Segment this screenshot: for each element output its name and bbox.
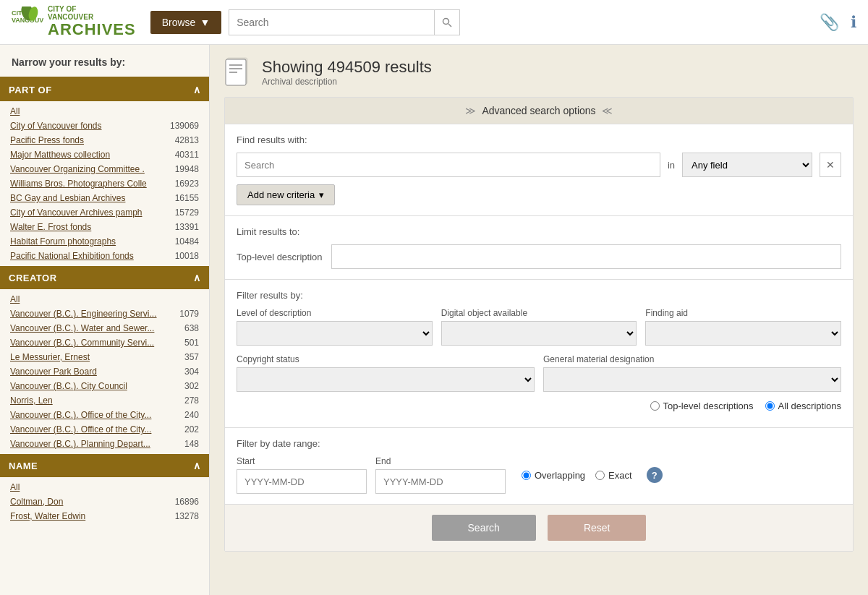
radio-overlapping: Overlapping <box>522 470 585 481</box>
facet-header-name[interactable]: NAME ∧ <box>0 454 209 477</box>
all-desc-radio-label: All descriptions <box>778 401 841 411</box>
top-level-radio-label: Top-level descriptions <box>663 401 754 411</box>
top-level-radio[interactable] <box>650 401 660 411</box>
finding-aid-label: Finding aid <box>645 308 841 318</box>
facet-item-creator-all[interactable]: All <box>0 292 209 307</box>
list-item[interactable]: Vancouver (B.C.). Community Servi... 501 <box>0 335 209 350</box>
add-criteria-label: Add new criteria <box>247 189 315 200</box>
overlapping-radio[interactable] <box>522 471 531 480</box>
header-search-input[interactable] <box>229 9 435 35</box>
general-material-label: General material designation <box>543 354 841 364</box>
list-item[interactable]: Vancouver (B.C.). Engineering Servi... 1… <box>0 307 209 321</box>
facet-items-name: All Coltman, Don 16896 Frost, Walter Edw… <box>0 477 209 526</box>
level-of-desc-label: Level of description <box>237 308 433 318</box>
list-item[interactable]: Vancouver (B.C.). City Council 302 <box>0 379 209 393</box>
info-icon[interactable]: ℹ <box>851 13 856 32</box>
list-item[interactable]: Vancouver (B.C.). Water and Sewer... 638 <box>0 321 209 335</box>
search-button[interactable]: Search <box>432 515 536 541</box>
date-start-label: Start <box>237 456 367 466</box>
header: CITY OF VANCOUVER CITY OFVANCOUVER ARCHI… <box>0 0 868 45</box>
list-item[interactable]: Norris, Len 278 <box>0 393 209 408</box>
list-item[interactable]: Frost, Walter Edwin 13278 <box>0 509 209 523</box>
add-criteria-button[interactable]: Add new criteria ▾ <box>237 184 335 205</box>
action-buttons: Search Reset <box>225 504 853 551</box>
facet-header-part-of-label: PART OF <box>9 85 52 95</box>
facet-item-name-all[interactable]: All <box>0 480 209 495</box>
toggle-chevron-left: ≫ <box>465 105 476 116</box>
filter-grid-2: Copyright status General material design… <box>237 354 841 392</box>
browse-button[interactable]: Browse ▼ <box>150 11 222 34</box>
search-criteria-row: in Any field Title Creator Scope and con… <box>237 153 841 177</box>
list-item[interactable]: Coltman, Don 16896 <box>0 495 209 509</box>
date-range-label: Filter by date range: <box>237 438 841 449</box>
list-item[interactable]: Pacific Press fonds 42813 <box>0 133 209 147</box>
date-help-icon[interactable]: ? <box>647 467 663 483</box>
browse-label: Browse <box>162 17 196 28</box>
filter-label: Filter results by: <box>237 290 841 301</box>
archives-title: ARCHIVES <box>48 21 136 38</box>
date-row: Start End Overlapping <box>237 456 841 494</box>
limit-section: Limit results to: Top-level description <box>225 216 853 279</box>
svg-line-5 <box>448 24 451 27</box>
copyright-select[interactable] <box>237 367 535 392</box>
find-results-section: Find results with: in Any field Title Cr… <box>225 124 853 215</box>
facet-chevron-creator: ∧ <box>193 272 201 283</box>
filter-section: Filter results by: Level of description … <box>225 279 853 427</box>
list-item[interactable]: Walter E. Frost fonds 13391 <box>0 220 209 234</box>
general-material-col: General material designation <box>543 354 841 392</box>
facet-header-creator[interactable]: CREATOR ∧ <box>0 266 209 289</box>
header-search-button[interactable] <box>435 9 460 35</box>
finding-aid-select[interactable] <box>645 321 841 346</box>
date-start-input[interactable] <box>237 469 367 494</box>
digital-obj-col: Digital object available <box>441 308 637 346</box>
results-count-label: Showing 494509 results <box>262 58 432 77</box>
copyright-col: Copyright status <box>237 354 535 392</box>
level-of-desc-select[interactable] <box>237 321 433 346</box>
list-item[interactable]: Vancouver (B.C.). Planning Depart... 148 <box>0 437 209 451</box>
exact-radio[interactable] <box>595 471 605 480</box>
top-level-input[interactable] <box>331 244 841 269</box>
list-item[interactable]: Vancouver Park Board 304 <box>0 364 209 379</box>
date-end-input[interactable] <box>375 469 506 494</box>
list-item[interactable]: BC Gay and Lesbian Archives 16155 <box>0 191 209 205</box>
digital-obj-select[interactable] <box>441 321 637 346</box>
remove-criteria-button[interactable]: ✕ <box>820 153 841 177</box>
list-item[interactable]: City of Vancouver fonds 139069 <box>0 119 209 133</box>
archival-desc-icon <box>224 56 253 88</box>
desc-radio-row: Top-level descriptions All descriptions <box>237 401 841 411</box>
all-desc-radio[interactable] <box>765 401 775 411</box>
criteria-search-input[interactable] <box>237 153 660 177</box>
overlapping-label: Overlapping <box>535 470 585 481</box>
list-item[interactable]: Williams Bros. Photographers Colle 16923 <box>0 176 209 191</box>
list-item[interactable]: City of Vancouver Archives pamph 15729 <box>0 205 209 220</box>
general-material-select[interactable] <box>543 367 841 392</box>
level-of-desc-col: Level of description <box>237 308 433 346</box>
list-item[interactable]: Vancouver (B.C.). Office of the City... … <box>0 408 209 422</box>
field-select[interactable]: Any field Title Creator Scope and conten… <box>682 153 812 177</box>
list-item[interactable]: Major Matthews collection 40311 <box>0 147 209 162</box>
list-item[interactable]: Le Messurier, Ernest 357 <box>0 350 209 364</box>
sidebar-title: Narrow your results by: <box>0 56 209 78</box>
limit-label: Limit results to: <box>237 226 841 237</box>
main-content: Showing 494509 results Archival descript… <box>210 45 868 595</box>
facet-section-creator: CREATOR ∧ All Vancouver (B.C.). Engineer… <box>0 266 209 454</box>
list-item[interactable]: Vancouver Organizing Committee . 19948 <box>0 162 209 176</box>
list-item[interactable]: Vancouver (B.C.). Office of the City... … <box>0 422 209 437</box>
digital-obj-label: Digital object available <box>441 308 637 318</box>
date-end-label: End <box>375 456 506 466</box>
date-start-field: Start <box>237 456 367 494</box>
facet-item-habitat-forum[interactable]: Habitat Forum photographs 10484 <box>0 234 209 249</box>
reset-button[interactable]: Reset <box>548 515 647 541</box>
date-section: Filter by date range: Start End Overlapp… <box>225 427 853 504</box>
clip-icon[interactable]: 📎 <box>820 13 839 32</box>
list-item[interactable]: Pacific National Exhibition fonds 10018 <box>0 249 209 263</box>
advanced-toggle-label: Advanced search options <box>482 105 595 116</box>
top-level-row: Top-level description <box>237 244 841 269</box>
header-icons: 📎 ℹ <box>820 13 856 32</box>
facet-item-part-of-all[interactable]: All <box>0 104 209 119</box>
toggle-chevron-right: ≪ <box>602 105 613 116</box>
facet-header-part-of[interactable]: PART OF ∧ <box>0 78 209 101</box>
advanced-search-toggle[interactable]: ≫ Advanced search options ≪ <box>225 98 853 124</box>
search-icon <box>442 17 452 27</box>
results-info: Showing 494509 results Archival descript… <box>262 58 432 87</box>
